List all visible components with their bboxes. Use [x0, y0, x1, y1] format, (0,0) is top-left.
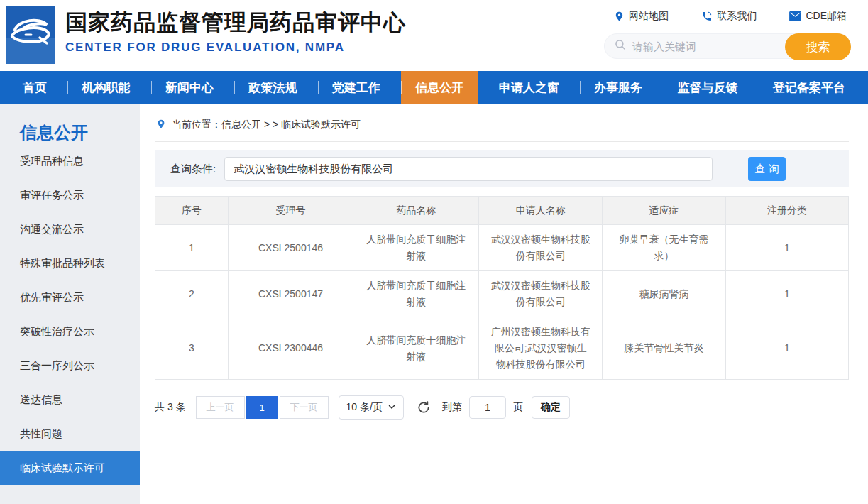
nav-item-policies[interactable]: 政策法规	[234, 71, 311, 104]
cell-registration-category: 1	[726, 317, 849, 380]
brand: 国家药品监督管理局药品审评中心 CENTER FOR DRUG EVALUATI…	[6, 6, 406, 64]
nav-item-applicant-window[interactable]: 申请人之窗	[485, 71, 573, 104]
nav-item-registration-platform[interactable]: 登记备案平台	[759, 71, 859, 104]
contact-label: 联系我们	[717, 10, 757, 23]
query-label: 查询条件:	[170, 163, 216, 176]
cell-drug-name: 人脐带间充质干细胞注射液	[353, 317, 479, 380]
pagination: 共 3 条 上一页 1 下一页 10 条/页 到第 页 确定	[155, 395, 849, 420]
cell-applicant-name: 武汉汉密顿生物科技股份有限公司	[479, 271, 603, 317]
next-page-button[interactable]: 下一页	[280, 396, 329, 419]
results-table: 序号 受理号 药品名称 申请人名称 适应症 注册分类 1 CXSL2500146…	[155, 196, 849, 380]
cell-registration-category: 1	[726, 225, 849, 271]
col-header-applicant-name: 申请人名称	[479, 197, 603, 225]
cell-index: 2	[155, 271, 229, 317]
breadcrumb-text: 当前位置：信息公开 > > 临床试验默示许可	[172, 119, 361, 131]
sidebar-item-priority-review[interactable]: 优先审评公示	[0, 280, 140, 314]
main-nav: 首页 机构职能 新闻中心 政策法规 党建工作 信息公开 申请人之窗 办事服务 监…	[0, 71, 868, 104]
cell-registration-category: 1	[726, 271, 849, 317]
refresh-icon[interactable]	[417, 400, 431, 415]
sidebar-item-accepted-varieties[interactable]: 受理品种信息	[0, 144, 140, 178]
site-subtitle: CENTER FOR DRUG EVALUATION, NMPA	[65, 40, 406, 55]
sidebar: 信息公开 受理品种信息 审评任务公示 沟通交流公示 特殊审批品种列表 优先审评公…	[0, 104, 140, 504]
nav-item-services[interactable]: 办事服务	[580, 71, 657, 104]
table-header-row: 序号 受理号 药品名称 申请人名称 适应症 注册分类	[155, 197, 849, 225]
goto-page-input[interactable]	[469, 396, 506, 419]
utility-links: 网站地图 联系我们 CDE邮箱	[604, 6, 851, 23]
cell-index: 3	[155, 317, 229, 380]
nav-item-home[interactable]: 首页	[9, 71, 61, 104]
cell-applicant-name: 广州汉密顿生物科技有限公司;武汉汉密顿生物科技股份有限公司	[479, 317, 603, 380]
total-count: 共 3 条	[155, 401, 186, 414]
confirm-button[interactable]: 确定	[532, 396, 570, 419]
col-header-indication: 适应症	[603, 197, 726, 225]
page-size-value: 10 条/页	[346, 401, 383, 414]
sidebar-item-communication[interactable]: 沟通交流公示	[0, 212, 140, 246]
sidebar-item-special-approval[interactable]: 特殊审批品种列表	[0, 246, 140, 280]
sidebar-item-common-issues[interactable]: 共性问题	[0, 417, 140, 451]
cell-index: 1	[155, 225, 229, 271]
query-bar: 查询条件: 查 询	[155, 150, 849, 187]
cell-indication: 卵巢早衰（无生育需求）	[603, 225, 726, 271]
site-search-button[interactable]: 搜索	[785, 33, 851, 60]
col-header-index: 序号	[155, 197, 229, 225]
prev-page-button[interactable]: 上一页	[196, 396, 245, 419]
sidebar-item-three-in-one[interactable]: 三合一序列公示	[0, 349, 140, 383]
breadcrumb-pin-icon	[156, 118, 166, 132]
page-size-select[interactable]: 10 条/页	[339, 395, 404, 420]
sidebar-item-breakthrough-therapy[interactable]: 突破性治疗公示	[0, 314, 140, 349]
search-icon	[614, 38, 627, 54]
site-header: 国家药品监督管理局药品审评中心 CENTER FOR DRUG EVALUATI…	[0, 0, 868, 71]
nav-item-functions[interactable]: 机构职能	[67, 71, 144, 104]
main-content: 当前位置：信息公开 > > 临床试验默示许可 查询条件: 查 询 序号 受理号 …	[140, 104, 868, 504]
sitemap-link[interactable]: 网站地图	[614, 10, 669, 23]
page-unit-label: 页	[513, 401, 523, 414]
cell-drug-name: 人脐带间充质干细胞注射液	[353, 271, 479, 317]
sidebar-item-delivery-info[interactable]: 送达信息	[0, 383, 140, 417]
cell-acceptance-number: CXSL2300446	[228, 317, 353, 380]
chevron-down-icon	[388, 402, 396, 413]
sidebar-title: 信息公开	[0, 104, 140, 144]
table-row: 2 CXSL2500147 人脐带间充质干细胞注射液 武汉汉密顿生物科技股份有限…	[155, 271, 849, 317]
mailbox-label: CDE邮箱	[806, 10, 847, 23]
envelope-icon	[789, 11, 801, 21]
cell-applicant-name: 武汉汉密顿生物科技股份有限公司	[479, 225, 603, 271]
sidebar-item-clinical-trial-implied-license[interactable]: 临床试验默示许可	[0, 451, 140, 485]
phone-icon	[701, 11, 713, 22]
table-row: 1 CXSL2500146 人脐带间充质干细胞注射液 武汉汉密顿生物科技股份有限…	[155, 225, 849, 271]
table-row: 3 CXSL2300446 人脐带间充质干细胞注射液 广州汉密顿生物科技有限公司…	[155, 317, 849, 380]
query-button[interactable]: 查 询	[748, 157, 786, 181]
cde-logo-icon	[6, 6, 55, 64]
site-search: 搜索	[604, 33, 851, 59]
mailbox-link[interactable]: CDE邮箱	[789, 10, 847, 23]
nav-item-info-disclosure[interactable]: 信息公开	[401, 71, 478, 104]
col-header-drug-name: 药品名称	[353, 197, 479, 225]
breadcrumb: 当前位置：信息公开 > > 临床试验默示许可	[155, 104, 849, 142]
col-header-acceptance-number: 受理号	[228, 197, 353, 225]
contact-link[interactable]: 联系我们	[701, 10, 757, 23]
location-pin-icon	[614, 11, 625, 22]
sitemap-label: 网站地图	[629, 10, 669, 23]
cell-indication: 膝关节骨性关节炎	[603, 317, 726, 380]
nav-item-party[interactable]: 党建工作	[318, 71, 395, 104]
col-header-registration-category: 注册分类	[726, 197, 849, 225]
nav-item-supervision[interactable]: 监督与反馈	[664, 71, 752, 104]
cell-indication: 糖尿病肾病	[603, 271, 726, 317]
cell-acceptance-number: CXSL2500146	[228, 225, 353, 271]
sidebar-item-review-tasks[interactable]: 审评任务公示	[0, 178, 140, 212]
query-input[interactable]	[224, 157, 713, 181]
nav-item-news[interactable]: 新闻中心	[151, 71, 228, 104]
cell-acceptance-number: CXSL2500147	[228, 271, 353, 317]
cell-drug-name: 人脐带间充质干细胞注射液	[353, 225, 479, 271]
goto-label: 到第	[442, 401, 462, 414]
site-title: 国家药品监督管理局药品审评中心	[65, 9, 406, 37]
current-page-button[interactable]: 1	[246, 396, 278, 419]
